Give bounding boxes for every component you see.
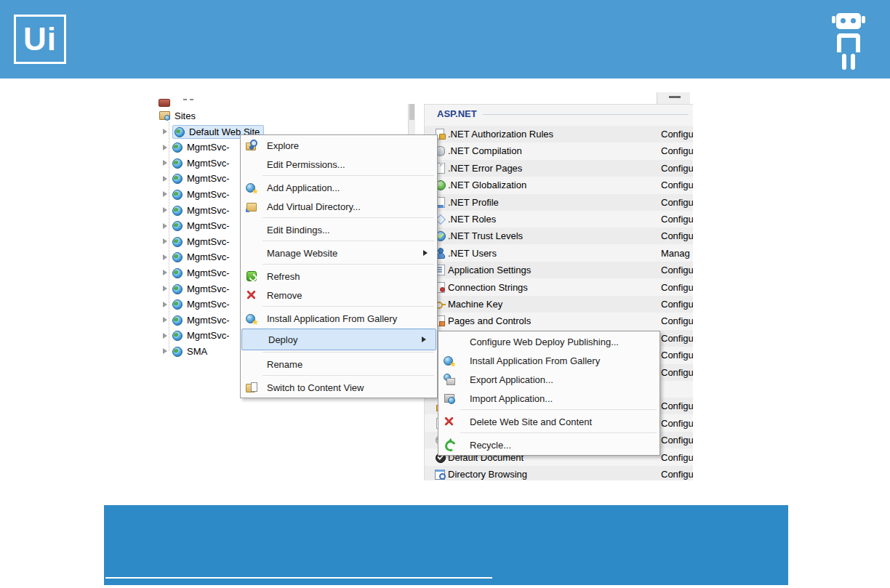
tree-item-mgmtsvc[interactable]: MgmtSvc- [156,265,230,280]
tree-item-body[interactable]: MgmtSvc- [172,205,230,216]
feature-row-directory-browsing[interactable]: Directory BrowsingConfigu [425,466,693,480]
menu-item-install-application-from-gallery[interactable]: Install Application From Gallery [241,309,437,328]
tree-item-mgmtsvc[interactable]: MgmtSvc- [156,219,230,233]
tree-item-body[interactable]: MgmtSvc- [172,251,230,262]
feature-row-net-profile[interactable]: .NET ProfileConfigu [425,194,693,211]
feature-row-machine-key[interactable]: Machine KeyConfigu [425,296,693,313]
feature-row-net-compilation[interactable]: .NET CompilationConfigu [425,142,693,159]
feature-name: .NET Error Pages [448,163,522,174]
expand-twisty-icon[interactable] [163,207,170,213]
menu-item-export-application[interactable]: Export Application... [438,370,660,389]
remove-icon [444,416,455,427]
tree-item-mgmtsvc[interactable]: MgmtSvc- [156,281,230,296]
tree-item-mgmtsvc[interactable]: MgmtSvc- [156,329,230,343]
robot-icon [832,13,865,67]
uipath-logo: Ui [14,15,66,64]
site-globe-icon [175,126,185,137]
gallery-icon [444,355,455,366]
tree-item-body[interactable]: MgmtSvc- [172,142,230,153]
tree-item-mgmtsvc[interactable]: MgmtSvc- [156,172,230,186]
menu-separator [262,175,434,176]
tree-item-sites[interactable]: Sites [156,108,196,123]
feature-row-pages-and-controls[interactable]: Pages and ControlsConfigu [425,313,693,329]
tree-scrollbar-thumb[interactable] [409,104,414,120]
tree-item-sma[interactable]: SMA [156,344,207,358]
tree-item-mgmtsvc[interactable]: MgmtSvc- [156,187,230,201]
menu-item-edit-bindings[interactable]: Edit Bindings... [241,220,437,239]
tree-item-body[interactable]: MgmtSvc- [172,283,230,294]
menu-item-add-virtual-directory[interactable]: Add Virtual Directory... [241,197,437,216]
menu-item-install-application-from-gallery[interactable]: Install Application From Gallery [438,351,660,370]
expand-twisty-icon[interactable] [163,191,170,197]
menu-item-manage-website[interactable]: Manage Website [241,243,437,262]
tree-item-body[interactable]: SMA [172,346,207,357]
tree-item-mgmtsvc[interactable]: MgmtSvc- [156,156,230,170]
expand-twisty-icon[interactable] [163,129,170,134]
tree-item-mgmtsvc[interactable]: MgmtSvc- [156,203,230,217]
tree-item-body[interactable]: MgmtSvc- [172,299,230,310]
expand-twisty-icon[interactable] [163,333,170,339]
expand-twisty-icon[interactable] [163,223,170,229]
feature-row-application-settings[interactable]: Application SettingsConfigu [425,262,693,278]
tree-item-mgmtsvc[interactable]: MgmtSvc- [156,297,230,312]
menu-item-add-application[interactable]: Add Application... [241,178,437,197]
tree-item-label: MgmtSvc- [187,158,230,169]
robot-head [836,13,861,29]
tree-item-body[interactable]: MgmtSvc- [172,330,230,341]
feature-row-connection-strings[interactable]: Connection StringsConfigu [425,279,693,296]
sites-folder-icon [159,110,171,121]
expand-twisty-icon[interactable] [163,160,170,166]
menu-item-switch-to-content-view[interactable]: Switch to Content View [241,378,437,397]
menu-item-recycle[interactable]: Recycle... [438,435,660,454]
tree-item-body[interactable]: MgmtSvc- [172,267,230,278]
expand-twisty-icon[interactable] [163,254,170,260]
expand-twisty-icon[interactable] [163,348,170,354]
expand-twisty-icon[interactable] [163,302,170,307]
feature-name: .NET Users [448,248,497,259]
expand-twisty-icon[interactable] [163,238,170,244]
feature-row-net-authorization-rules[interactable]: .NET Authorization RulesConfigu [425,126,693,142]
tree-item-body[interactable]: Sites [159,110,196,121]
feature-value: Configu [661,333,693,344]
robot-ear-right [862,16,865,23]
logo-text: Ui [23,21,57,57]
tree-item-mgmtsvc[interactable]: MgmtSvc- [156,140,230,155]
expand-twisty-icon[interactable] [163,176,170,182]
expand-twisty-icon[interactable] [163,317,170,323]
menu-item-import-application[interactable]: Import Application... [438,389,660,408]
feature-row-net-error-pages[interactable]: .NET Error PagesConfigu [425,160,693,177]
feature-row-net-users[interactable]: .NET UsersManag [425,245,693,262]
feature-row-net-trust-levels[interactable]: .NET Trust LevelsConfigu [425,227,693,244]
feature-name: Application Settings [448,265,531,275]
tree-item-label: MgmtSvc- [187,205,230,216]
tree-item-body[interactable]: MgmtSvc- [172,189,230,200]
menu-item-delete-web-site-and-content[interactable]: Delete Web Site and Content [438,412,660,431]
menu-item-label: Rename [267,359,302,370]
expand-twisty-icon[interactable] [163,145,170,150]
tree-item-body[interactable]: MgmtSvc- [172,236,230,247]
tree-item-mgmtsvc[interactable]: MgmtSvc- [156,234,230,249]
feature-row-net-globalization[interactable]: .NET GlobalizationConfigu [425,177,693,193]
menu-item-remove[interactable]: Remove [241,286,437,305]
tree-row-partial [156,95,170,110]
add-application-icon [246,182,257,193]
tree-item-body[interactable]: MgmtSvc- [172,173,230,184]
menu-item-refresh[interactable]: Refresh [241,267,437,286]
feature-row-net-roles[interactable]: .NET RolesConfigu [425,211,693,227]
menu-item-edit-permissions[interactable]: Edit Permissions... [241,155,437,174]
tree-item-body[interactable]: MgmtSvc- [172,220,230,231]
tree-item-mgmtsvc[interactable]: MgmtSvc- [156,250,230,265]
menu-item-label: Manage Website [267,248,337,259]
menu-item-deploy[interactable]: Deploy [241,329,436,350]
menu-item-rename[interactable]: Rename [241,355,437,374]
menu-item-configure-web-deploy-publishing[interactable]: Configure Web Deploy Publishing... [438,332,660,351]
tree-item-mgmtsvc[interactable]: MgmtSvc- [156,313,230,327]
tree-item-body[interactable]: MgmtSvc- [172,158,230,169]
tree-scrollbar[interactable] [408,104,415,135]
menu-item-label: Switch to Content View [267,382,364,393]
expand-twisty-icon[interactable] [163,270,170,275]
expand-twisty-icon[interactable] [163,286,170,291]
menu-item-explore[interactable]: Explore [241,136,437,155]
menu-item-label: Remove [267,290,302,301]
tree-item-body[interactable]: MgmtSvc- [172,315,230,326]
